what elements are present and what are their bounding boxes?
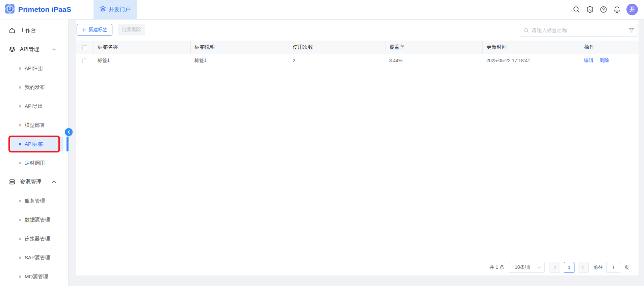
cell-coverage: 3.44% bbox=[385, 54, 482, 67]
filter-funnel-icon[interactable] bbox=[629, 28, 634, 33]
sidebar-item-label: 服务管理 bbox=[25, 198, 45, 204]
sidebar-group-label: 资源管理 bbox=[20, 178, 42, 186]
bullet-icon bbox=[19, 200, 21, 202]
sidebar-item-label: 数据源管理 bbox=[25, 217, 50, 223]
help-icon[interactable] bbox=[599, 5, 608, 14]
sidebar-item-workbench[interactable]: 工作台 bbox=[0, 21, 68, 40]
col-header-updated-time: 更新时间 bbox=[482, 41, 580, 54]
table-header-row: 标签名称 标签说明 使用次数 覆盖率 更新时间 操作 bbox=[76, 41, 639, 54]
cell-usage-count: 2 bbox=[289, 54, 385, 67]
resource-stack-icon bbox=[9, 178, 16, 185]
batch-delete-label: 批量删除 bbox=[122, 27, 141, 33]
sidebar-item-label: MQ源管理 bbox=[25, 273, 48, 280]
app-title: Primeton iPaaS bbox=[18, 5, 71, 14]
sidebar-item-model-deploy[interactable]: 模型部署 bbox=[0, 116, 68, 135]
col-header-coverage: 覆盖率 bbox=[385, 41, 482, 54]
chevron-left-icon bbox=[554, 266, 556, 269]
edit-link[interactable]: 编辑 bbox=[584, 57, 593, 63]
delete-link[interactable]: 删除 bbox=[599, 57, 609, 63]
chevron-right-icon bbox=[582, 266, 585, 269]
sidebar-item-label: 定时调用 bbox=[25, 160, 45, 166]
tag-search-input[interactable] bbox=[532, 27, 626, 33]
bullet-icon bbox=[19, 105, 21, 108]
sidebar-item-label: 工作台 bbox=[20, 27, 36, 34]
sidebar-item-label: API导出 bbox=[25, 103, 43, 110]
sidebar-item-api-register[interactable]: API注册 bbox=[0, 59, 68, 78]
bullet-icon bbox=[19, 124, 21, 126]
col-header-tag-description: 标签说明 bbox=[190, 41, 289, 54]
chevron-down-icon bbox=[537, 266, 541, 269]
sidebar: 工作台 API管理 API注册 我的发布 AP bbox=[0, 19, 69, 286]
batch-delete-button[interactable]: 批量删除 bbox=[118, 24, 145, 35]
row-checkbox[interactable] bbox=[82, 58, 87, 63]
prev-page-button[interactable] bbox=[549, 262, 560, 273]
active-indicator-bar bbox=[66, 137, 69, 151]
bullet-icon bbox=[19, 86, 21, 89]
sidebar-item-datasource-management[interactable]: 数据源管理 bbox=[0, 210, 68, 229]
brand: P Primeton iPaaS bbox=[5, 0, 71, 19]
sidebar-item-label: SAP源管理 bbox=[25, 255, 50, 261]
chevron-up-icon bbox=[52, 48, 56, 51]
sidebar-item-sap-source-management[interactable]: SAP源管理 bbox=[0, 248, 68, 267]
pagination-bar: 共 1 条 10条/页 1 bbox=[76, 259, 639, 276]
bullet-icon bbox=[19, 143, 21, 145]
chevron-left-icon bbox=[67, 130, 70, 134]
cell-updated-time: 2025-05-22 17:18:41 bbox=[482, 54, 580, 67]
select-all-checkbox[interactable] bbox=[82, 45, 87, 50]
bullet-icon bbox=[19, 276, 21, 278]
main-content: 新建标签 批量删除 bbox=[69, 19, 644, 286]
goto-page-input[interactable] bbox=[606, 262, 621, 273]
tag-search-box bbox=[520, 24, 638, 37]
svg-text:P: P bbox=[8, 7, 11, 11]
user-avatar[interactable]: 开 bbox=[626, 4, 638, 15]
tab-dev-portal-label: 开发门户 bbox=[109, 6, 130, 13]
sidebar-menu: 工作台 API管理 API注册 我的发布 AP bbox=[0, 21, 68, 286]
app-header: P Primeton iPaaS 开发门户 AI bbox=[0, 0, 644, 19]
api-layers-icon bbox=[9, 46, 16, 53]
sidebar-item-label: API标签 bbox=[25, 141, 43, 147]
tags-table: 标签名称 标签说明 使用次数 覆盖率 更新时间 操作 标签1 标签1 2 3.4… bbox=[76, 41, 639, 67]
col-header-usage-count: 使用次数 bbox=[289, 41, 385, 54]
bullet-icon bbox=[19, 67, 21, 70]
sidebar-item-service-management[interactable]: 服务管理 bbox=[0, 191, 68, 210]
sidebar-group-api-management[interactable]: API管理 bbox=[0, 40, 68, 59]
page-number-button[interactable]: 1 bbox=[564, 262, 574, 273]
search-icon bbox=[524, 28, 529, 33]
app-logo-icon: P bbox=[5, 4, 15, 15]
tab-dev-portal[interactable]: 开发门户 bbox=[93, 0, 137, 19]
bullet-icon bbox=[19, 238, 21, 240]
sidebar-item-connector-management[interactable]: 连接器管理 bbox=[0, 229, 68, 248]
goto-label: 前往 bbox=[593, 264, 603, 270]
sidebar-collapse-button[interactable] bbox=[65, 128, 73, 136]
sidebar-item-my-publish[interactable]: 我的发布 bbox=[0, 78, 68, 97]
cell-tag-description: 标签1 bbox=[190, 54, 289, 67]
bullet-icon bbox=[19, 257, 21, 259]
page-unit-label: 页 bbox=[624, 264, 629, 270]
sidebar-group-resource-management[interactable]: 资源管理 bbox=[0, 172, 68, 191]
chevron-up-icon bbox=[52, 181, 56, 183]
sidebar-item-mq-source-management[interactable]: MQ源管理 bbox=[0, 267, 68, 286]
create-tag-label: 新建标签 bbox=[88, 27, 107, 33]
notification-bell-icon[interactable] bbox=[613, 5, 621, 14]
sidebar-group-label: API管理 bbox=[20, 46, 39, 53]
search-icon[interactable] bbox=[572, 5, 581, 14]
cell-tag-name: 标签1 bbox=[93, 54, 190, 67]
page-size-value: 10条/页 bbox=[515, 264, 531, 270]
sidebar-item-scheduled-call[interactable]: 定时调用 bbox=[0, 153, 68, 172]
sidebar-item-api-export[interactable]: API导出 bbox=[0, 97, 68, 116]
sidebar-item-label: 模型部署 bbox=[25, 122, 45, 128]
col-header-actions: 操作 bbox=[580, 41, 639, 54]
plus-icon bbox=[82, 28, 86, 32]
home-icon bbox=[9, 27, 16, 34]
ai-assistant-icon[interactable]: AI bbox=[586, 5, 594, 14]
page-size-select[interactable]: 10条/页 bbox=[509, 262, 545, 273]
sidebar-item-label: 我的发布 bbox=[25, 84, 45, 91]
create-tag-button[interactable]: 新建标签 bbox=[77, 24, 112, 35]
sidebar-item-api-tags[interactable]: API标签 bbox=[0, 135, 68, 153]
table-row: 标签1 标签1 2 3.44% 2025-05-22 17:18:41 编辑 删… bbox=[76, 54, 639, 67]
next-page-button[interactable] bbox=[578, 262, 589, 273]
sidebar-item-label: 连接器管理 bbox=[25, 236, 50, 242]
svg-text:AI: AI bbox=[589, 8, 592, 11]
total-count-text: 共 1 条 bbox=[489, 264, 504, 270]
bullet-icon bbox=[19, 219, 21, 221]
